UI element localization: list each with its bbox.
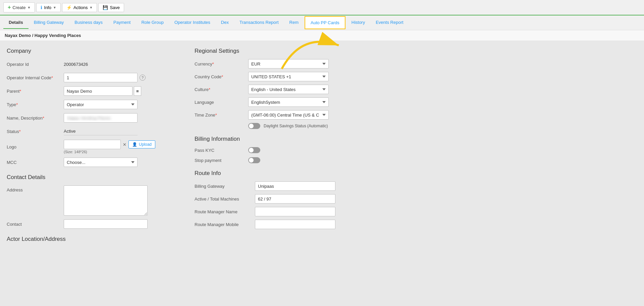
time-zone-row: Time Zone* (GMT-06:00) Central Time (US … [195,110,396,120]
parent-input-group: ≡ [64,86,141,96]
tab-auto-pp-cards[interactable]: Auto PP Cards [305,16,345,29]
create-button[interactable]: + Create ▼ [3,2,35,12]
address-label: Address [7,185,64,192]
type-select[interactable]: Operator [64,100,138,109]
tab-role-group[interactable]: Role Group [136,16,169,29]
tab-events-report[interactable]: Events Report [370,16,409,29]
route-manager-mobile-row: Route Manager Mobile [195,220,396,229]
language-select[interactable]: EnglishSystem [248,97,329,107]
company-title: Company [7,48,184,54]
actions-dropdown-arrow: ▼ [90,6,93,9]
tab-rem[interactable]: Rem [284,16,304,29]
culture-label: Culture* [195,87,248,92]
route-manager-mobile-label: Route Manager Mobile [195,222,255,227]
help-icon[interactable]: ? [140,75,146,81]
logo-input[interactable] [64,140,121,149]
stop-payment-toggle[interactable] [248,157,260,163]
logo-upload-row: ✕ 👤 Upload [64,140,155,149]
mcc-select[interactable]: Choose... [64,158,138,167]
language-label: Language [195,100,248,105]
upload-label: Upload [139,142,152,147]
status-label: Status* [7,129,64,134]
save-button[interactable]: 💾 Save [98,3,124,12]
active-total-input[interactable] [255,194,335,204]
pass-kyc-label: Pass KYC [195,148,248,153]
currency-select[interactable]: EUR [248,59,329,69]
daylight-label: Daylight Savings Status (Automatic) [264,124,328,128]
billing-gateway-input[interactable] [255,181,335,191]
status-value: Active [64,127,138,135]
save-label: Save [110,5,120,10]
type-row: Type* Operator [7,99,184,110]
billing-information-section: Billing Information Pass KYC Stop paymen… [195,136,396,163]
nav-tabs: Details Billing Gateway Business days Pa… [0,15,644,30]
regional-settings-section: Regional Settings Currency* EUR Country … [195,48,396,129]
actor-location-section: Actor Location/Address [7,236,184,243]
upload-btn[interactable]: 👤 Upload [128,140,155,148]
left-column: Company Operator Id 2000673426 Operator … [7,46,195,301]
tab-details[interactable]: Details [3,16,29,29]
create-dropdown-arrow: ▼ [27,6,31,9]
upload-icon: 👤 [132,142,137,147]
operator-id-label: Operator Id [7,62,64,67]
route-info-title: Route Info [195,170,396,177]
daylight-toggle[interactable] [248,123,260,129]
operator-internal-code-label: Operator Internal Code* [7,75,64,80]
name-description-input[interactable] [64,113,138,123]
parent-input[interactable] [64,86,132,96]
type-label: Type* [7,102,64,107]
operator-id-row: Operator Id 2000673426 [7,59,184,69]
currency-label: Currency* [195,61,248,67]
tab-history[interactable]: History [346,16,370,29]
parent-label: Parent* [7,89,64,94]
toolbar: + Create ▼ ℹ Info ▼ ⚡ Actions ▼ 💾 Save [0,0,644,15]
country-code-select[interactable]: UNITED STATES +1 [248,72,329,81]
info-button[interactable]: ℹ Info ▼ [36,3,61,12]
plus-icon: + [8,4,11,10]
route-manager-name-input[interactable] [255,207,335,216]
parent-list-icon-btn[interactable]: ≡ [134,86,141,96]
logo-size-hint: (Size: 148*26) [64,150,155,154]
name-description-row: Name, Description* [7,113,184,123]
stop-payment-label: Stop payment [195,158,248,163]
route-manager-name-label: Route Manager Name [195,209,255,214]
contact-details-section: Contact Details Address Contact [7,174,184,229]
route-manager-mobile-input[interactable] [255,220,335,229]
logo-clear-btn[interactable]: ✕ [123,142,126,147]
tab-billing-gateway[interactable]: Billing Gateway [29,16,69,29]
time-zone-select[interactable]: (GMT-06:00) Central Time (US & C [248,110,329,120]
tab-business-days[interactable]: Business days [69,16,108,29]
mcc-row: MCC Choose... [7,157,184,167]
info-icon: ℹ [41,5,42,10]
name-description-label: Name, Description* [7,116,64,121]
contact-details-title: Contact Details [7,174,184,181]
info-dropdown-arrow: ▼ [53,6,56,9]
contact-row: Contact [7,219,184,229]
save-icon: 💾 [103,5,108,10]
info-label: Info [44,5,51,10]
tab-payment[interactable]: Payment [108,16,136,29]
pass-kyc-toggle[interactable] [248,147,260,153]
operator-internal-code-row: Operator Internal Code* ? [7,73,184,83]
currency-row: Currency* EUR [195,59,396,69]
active-total-label: Active / Total Machines [195,196,255,202]
pass-kyc-row: Pass KYC [195,147,396,153]
billing-information-title: Billing Information [195,136,396,142]
operator-internal-code-input[interactable] [64,73,138,82]
tab-dex[interactable]: Dex [216,16,234,29]
logo-input-group: ✕ 👤 Upload (Size: 148*26) [64,140,155,154]
list-icon: ≡ [136,89,139,94]
tab-transactions-report[interactable]: Transactions Report [234,16,284,29]
culture-select[interactable]: English - United States [248,85,329,94]
address-textarea[interactable] [64,185,148,216]
logo-label: Logo [7,144,64,149]
operator-id-value: 2000673426 [64,62,88,67]
contact-input[interactable] [64,219,148,229]
actor-location-title: Actor Location/Address [7,236,184,243]
mcc-label: MCC [7,160,64,165]
contact-label: Contact [7,222,64,227]
breadcrumb: Nayax Demo / Happy Vending Places [0,30,644,41]
country-code-label: Country Code* [195,74,248,79]
tab-operator-institutes[interactable]: Operator Institutes [169,16,216,29]
actions-button[interactable]: ⚡ Actions ▼ [62,3,97,12]
